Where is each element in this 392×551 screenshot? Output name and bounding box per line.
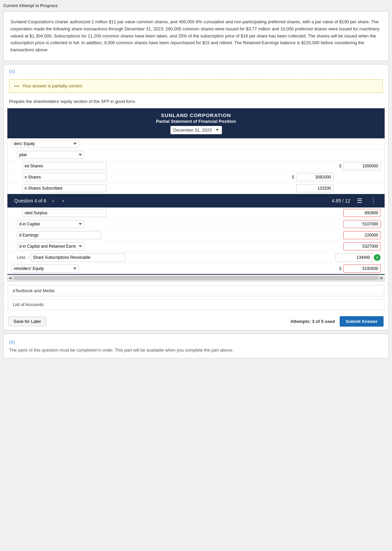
preferred-dollar-sign: $ [339,164,341,168]
shareholders-equity-select[interactable]: ders' Equity [11,140,79,148]
common-shares-value[interactable] [296,173,333,181]
partial-correct-text: Your answer is partially correct. [22,83,83,88]
table-row-less-receivable: Less : i [7,252,385,263]
section-b-text: The parts of this question must be compl… [9,348,383,353]
contributed-surplus-label [22,209,293,217]
capital-label: pital [17,151,293,159]
info-icon[interactable]: i [374,254,381,261]
scroll-track[interactable] [13,276,379,280]
scroll-left-arrow[interactable]: ◀ [9,276,11,280]
table-row-paid-in-capital: d-in Capital [7,219,385,230]
paid-retained-label: d-in Capital and Retained Earnings [17,242,293,250]
table-row-common-shares: $ [7,172,385,183]
section-b-card: (b) The parts of this question must be c… [3,334,389,358]
etextbook-section[interactable]: eTextbook and Media [8,285,384,296]
total-equity-label: reholders' Equity [11,265,293,273]
current-attempt-text: Current Attempt in Progress [3,3,58,8]
subscriptions-receivable-input[interactable] [31,253,125,261]
table-row-preferred-shares: $ [7,161,385,172]
contributed-surplus-value[interactable] [343,209,381,217]
contributed-surplus-input[interactable] [22,209,107,217]
preferred-shares-input[interactable] [22,162,107,170]
paid-retained-value[interactable] [343,242,381,250]
colon-text: : [27,255,28,260]
capital-select[interactable]: pital [17,151,84,159]
bottom-actions: Save for Later Attempts: 3 of 5 used Sub… [4,313,388,330]
shareholders-equity-label: ders' Equity [11,140,293,148]
common-shares-input[interactable] [22,173,107,181]
list-accounts-header[interactable]: List of Accounts [8,299,384,310]
instruction-text: Prepare the shareholders' equity section… [4,96,388,108]
table-row-retained-earnings [7,230,385,241]
section-a-label: (a) [4,64,388,76]
submit-area: Attempts: 3 of 5 used Submit Answer [290,316,384,327]
statement-title: Partial Statement of Financial Position [11,119,381,124]
nav-right: 4.85 / 12 ☰ ⋮ [332,196,378,205]
table-row-common-subscribed [7,183,385,194]
table-row-capital: pital [7,149,385,161]
prev-question-button[interactable]: ‹ [50,197,56,204]
paid-in-capital-select[interactable]: d-in Capital [17,220,84,228]
preferred-shares-label [22,162,293,170]
fin-table-header: SUNLAND CORPORATION Partial Statement of… [7,108,385,138]
common-shares-label [22,173,293,181]
paid-retained-select[interactable]: d-in Capital and Retained Earnings [17,242,84,250]
less-text: Less [17,255,25,260]
problem-text-card: Sunland Corporation's charter authorized… [3,11,389,61]
retained-earnings-value[interactable] [343,231,381,239]
paid-in-capital-value[interactable] [343,220,381,228]
etextbook-header[interactable]: eTextbook and Media [8,285,384,296]
minus-icon: — [14,83,20,89]
common-subscribed-label [22,184,293,192]
section-b-label: (b) [9,339,383,345]
table-row-paid-retained: d-in Capital and Retained Earnings [7,241,385,252]
total-equity-value[interactable] [343,265,381,273]
mid-nav-bar: Question 4 of 6 ‹ › 4.85 / 12 ☰ ⋮ [7,194,385,208]
company-name: SUNLAND CORPORATION [11,112,381,118]
current-attempt-banner: Current Attempt in Progress [3,3,389,8]
scroll-right-arrow[interactable]: ▶ [381,276,383,280]
scrollbar-area: ◀ ▶ [7,275,385,281]
save-for-later-button[interactable]: Save for Later [8,316,46,326]
common-subscribed-input[interactable] [22,184,107,192]
preferred-shares-value[interactable] [343,162,381,170]
subscriptions-receivable-value[interactable] [335,253,372,261]
common-dollar-sign: $ [292,175,294,180]
next-question-button[interactable]: › [60,197,66,204]
date-select[interactable]: December 31, 2023 [170,126,222,134]
attempts-text: Attempts: 3 of 5 used [290,319,335,324]
retained-earnings-label [17,231,293,239]
paid-in-capital-label: d-in Capital [17,220,293,228]
score-display: 4.85 / 12 [332,198,351,203]
nav-left: Question 4 of 6 ‹ › [14,197,66,204]
financial-table: SUNLAND CORPORATION Partial Statement of… [7,108,385,282]
list-accounts-section[interactable]: List of Accounts [8,299,384,310]
table-row-total-equity: reholders' Equity $ [7,263,385,275]
question-label: Question 4 of 6 [14,198,46,203]
retained-earnings-input[interactable] [17,231,101,239]
partial-correct-banner: — Your answer is partially correct. [9,79,383,93]
fin-table-body: ders' Equity pital [7,138,385,281]
total-equity-dollar-sign: $ [339,266,341,271]
table-row-contributed-surplus [7,208,385,219]
section-a-card: (a) — Your answer is partially correct. … [3,64,389,330]
date-row: December 31, 2023 [11,126,381,134]
list-icon-button[interactable]: ☰ [356,196,364,205]
common-subscribed-value[interactable] [296,184,333,192]
total-equity-select[interactable]: reholders' Equity [11,265,79,273]
more-options-button[interactable]: ⋮ [369,196,378,205]
less-receivable-label: Less : [17,253,293,261]
table-row-shareholders-equity: ders' Equity [7,138,385,149]
submit-answer-button[interactable]: Submit Answer [340,316,384,327]
problem-text: Sunland Corporation's charter authorized… [10,19,382,54]
